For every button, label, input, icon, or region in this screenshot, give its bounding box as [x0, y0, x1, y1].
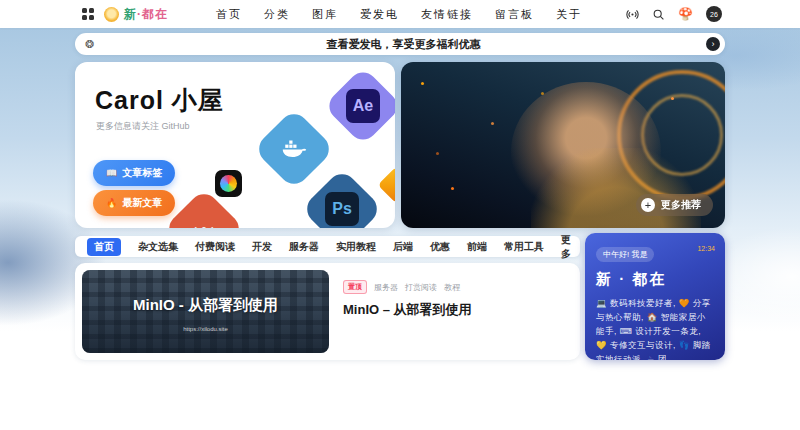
nav-menu-item[interactable]: 关于: [556, 7, 582, 22]
category-tab[interactable]: 首页: [87, 238, 121, 256]
nav-menu-item[interactable]: 爱发电: [360, 7, 399, 22]
avatar-emoji-icon[interactable]: 🍄: [678, 8, 693, 20]
clock-text: 12:34: [697, 245, 715, 252]
nav-menu-item[interactable]: 图库: [312, 7, 338, 22]
logo-sun-icon: [104, 7, 119, 22]
article-panel: MinIO - 从部署到使用 https://xilodu.site 置顶 服务…: [75, 263, 580, 360]
promo-icon: ❂: [85, 38, 101, 51]
article-meta-tag[interactable]: 打赏阅读: [405, 282, 437, 293]
promo-banner[interactable]: ❂ 查看爱发电，享受更多福利优惠 ›: [75, 33, 725, 55]
category-tab[interactable]: 前端: [467, 240, 487, 254]
nav-menu-item[interactable]: 友情链接: [421, 7, 473, 22]
nav-menu: 首页分类图库爱发电友情链接留言板关于: [216, 7, 626, 22]
article-meta-tag[interactable]: 服务器: [374, 282, 398, 293]
cover-title: MinIO - 从部署到使用: [82, 296, 329, 315]
category-tab[interactable]: 付费阅读: [195, 240, 235, 254]
promo-text: 查看爱发电，享受更多福利优惠: [101, 37, 706, 52]
category-tab[interactable]: 优惠: [430, 240, 450, 254]
author-description: 💻 数码科技爱好者, 🧡 分享与热心帮助, 🏠 智能家居小能手, ⌨ 设计开发一…: [596, 296, 714, 360]
greeting-pill: 中午好! 我是: [596, 247, 654, 262]
profile-title: Carol 小屋: [95, 84, 224, 117]
profile-card: Ae Ps 〰 Carol 小屋 更多信息请关注 GitHub 📖 文章标签 🔥…: [75, 62, 395, 228]
category-tab[interactable]: 开发: [252, 240, 272, 254]
hero-sparks: [421, 82, 424, 85]
hero-image: + 更多推荐: [401, 62, 725, 228]
site-name: 新·都在: [124, 6, 168, 23]
category-tab[interactable]: 后端: [393, 240, 413, 254]
count-badge[interactable]: 26: [706, 6, 722, 22]
latest-articles-button[interactable]: 🔥 最新文章: [93, 190, 175, 216]
category-tab[interactable]: 服务器: [289, 240, 319, 254]
author-name: 新 · 都在: [596, 270, 714, 289]
pinned-badge: 置顶: [343, 280, 367, 294]
navbar-actions: 🍄 26: [626, 6, 722, 22]
author-intro-card: 中午好! 我是 12:34 新 · 都在 💻 数码科技爱好者, 🧡 分享与热心帮…: [585, 233, 725, 360]
category-tab[interactable]: 实用教程: [336, 240, 376, 254]
broadcast-icon[interactable]: [626, 8, 639, 21]
plus-icon: +: [641, 198, 655, 212]
hero-hair-glow: [531, 148, 701, 228]
photoshop-icon: Ps: [301, 168, 383, 228]
article-tags-button[interactable]: 📖 文章标签: [93, 160, 175, 186]
docker-icon: [253, 108, 335, 190]
page: 新·都在 首页分类图库爱发电友情链接留言板关于 🍄 26 ❂: [0, 0, 800, 430]
article-cover-image[interactable]: MinIO - 从部署到使用 https://xilodu.site: [82, 270, 329, 353]
final-cut-pro-icon: [215, 170, 242, 197]
arrow-right-icon[interactable]: ›: [706, 37, 720, 51]
tabs-more-link[interactable]: 更多: [561, 233, 571, 261]
category-tab[interactable]: 杂文选集: [138, 240, 178, 254]
cover-url: https://xilodu.site: [82, 326, 329, 332]
article-meta-row: 置顶 服务器打赏阅读教程: [343, 280, 569, 294]
nav-menu-item[interactable]: 分类: [264, 7, 290, 22]
profile-subtitle: 更多信息请关注 GitHub: [96, 120, 190, 133]
search-icon[interactable]: [652, 8, 665, 21]
article-title-link[interactable]: MinIO – 从部署到使用: [343, 301, 569, 319]
after-effects-icon: Ae: [323, 66, 395, 145]
nav-menu-item[interactable]: 留言板: [495, 7, 534, 22]
article-meta-tag[interactable]: 教程: [444, 282, 460, 293]
category-tabbar: 首页杂文选集付费阅读开发服务器实用教程后端优惠前端常用工具 更多: [75, 236, 580, 257]
apps-grid-icon[interactable]: [82, 8, 94, 20]
top-navbar: 新·都在 首页分类图库爱发电友情链接留言板关于 🍄 26: [0, 0, 800, 28]
more-recommend-button[interactable]: + 更多推荐: [636, 194, 713, 216]
flame-icon: 🔥: [106, 198, 117, 208]
category-tab[interactable]: 常用工具: [504, 240, 544, 254]
sketch-icon: [378, 167, 395, 204]
nav-menu-item[interactable]: 首页: [216, 7, 242, 22]
article-list: 置顶 服务器打赏阅读教程 MinIO – 从部署到使用: [329, 270, 573, 353]
site-logo[interactable]: 新·都在: [104, 6, 168, 23]
book-icon: 📖: [106, 168, 117, 178]
